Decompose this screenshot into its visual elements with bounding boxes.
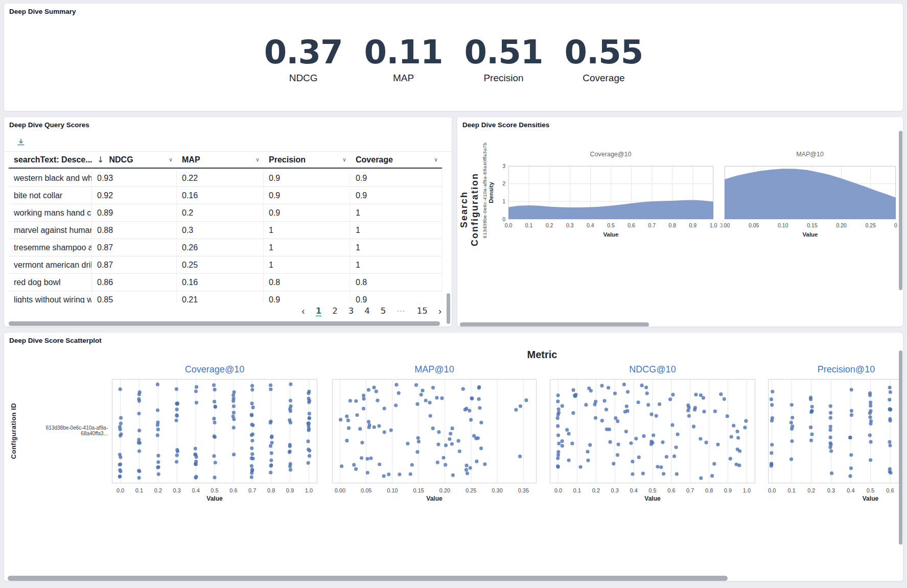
facet-title: NDCG@10	[629, 364, 676, 375]
svg-text:0.5: 0.5	[211, 487, 218, 493]
table-cell: 1	[351, 239, 442, 256]
svg-text:0.0: 0.0	[554, 487, 562, 493]
svg-text:0.2: 0.2	[592, 487, 600, 493]
page-button[interactable]: 2	[332, 306, 338, 316]
table-cell: working mans hand cre	[9, 204, 92, 221]
panel-title: Deep Dive Summary	[9, 8, 76, 15]
coverage-density-chart[interactable]: 0.00.10.20.30.40.50.60.70.80.91.00123Val…	[486, 164, 721, 239]
table-cell: marvel against humanit	[9, 222, 92, 239]
svg-text:Value: Value	[603, 231, 618, 238]
svg-text:Value: Value	[644, 495, 661, 501]
chevron-down-icon[interactable]: ∨	[340, 156, 346, 163]
table-cell: 0.2	[177, 204, 264, 221]
vertical-scrollbar[interactable]	[447, 293, 450, 324]
table-row[interactable]: lights without wiring wi0.850.210.90.9	[9, 291, 442, 303]
chevron-down-icon[interactable]: ∨	[253, 156, 260, 163]
coverage-scatter-facet[interactable]: 0.00.10.20.30.40.50.60.70.80.91.0Value	[112, 379, 317, 501]
map-scatter-facet[interactable]: 0.000.050.100.150.200.250.300.35Value	[332, 379, 537, 501]
table-row[interactable]: vermont american drill0.870.2511	[9, 256, 442, 274]
ndcg-scatter-facet[interactable]: 0.00.10.20.30.40.50.60.70.80.91.0Value	[550, 379, 755, 501]
table-row[interactable]: bite not collar0.920.160.90.9	[9, 187, 442, 204]
map-density-chart[interactable]: 0.000.050.100.150.200.250Value	[720, 164, 899, 239]
svg-text:3: 3	[502, 164, 505, 169]
precision-scatter-facet[interactable]: 0.00.10.20.30.40.50.6Value	[768, 379, 903, 501]
table-row[interactable]: working mans hand cre0.890.20.91	[9, 204, 442, 222]
column-header[interactable]: MAP∨	[177, 152, 264, 168]
panel-title: Deep Dive Score Densities	[462, 121, 549, 129]
svg-text:0.25: 0.25	[866, 222, 876, 228]
table-cell: 0.3	[177, 222, 264, 239]
svg-text:0.20: 0.20	[836, 222, 847, 228]
table-cell: 1	[264, 222, 351, 239]
facet-title: Precision@10	[818, 364, 875, 375]
page-button[interactable]: 3	[348, 306, 354, 316]
table-row[interactable]: red dog bowl0.860.160.80.8	[9, 274, 442, 291]
svg-text:Value: Value	[863, 495, 879, 501]
svg-text:0.2: 0.2	[154, 487, 162, 493]
svg-text:0.3: 0.3	[827, 487, 835, 493]
configuration-id-tick-label: 613d38be-0e6c-410a-af9a-68a40ffa3...	[26, 425, 108, 436]
table-cell: 0.9	[351, 291, 442, 303]
metric-label: MAP	[364, 73, 443, 84]
svg-text:0.7: 0.7	[686, 487, 694, 493]
svg-text:0.4: 0.4	[630, 487, 637, 493]
panel-title: Deep Dive Score Scatterplot	[9, 337, 102, 344]
download-icon[interactable]	[15, 136, 27, 148]
page-button[interactable]: 5	[381, 306, 386, 316]
query-scores-panel: Deep Dive Query Scores searchText: Desce…	[4, 116, 452, 327]
svg-text:0.3: 0.3	[173, 487, 181, 493]
metric-value: 0.37	[264, 35, 343, 69]
svg-text:0.4: 0.4	[587, 222, 594, 228]
prev-page-button[interactable]: ‹	[301, 306, 305, 316]
column-header[interactable]: ↓ NDCG∨	[92, 152, 177, 168]
next-page-button[interactable]: ›	[438, 306, 441, 316]
svg-text:1.0: 1.0	[743, 487, 751, 493]
horizontal-scrollbar[interactable]	[460, 322, 649, 327]
score-densities-panel: Deep Dive Score Densities Search Configu…	[457, 116, 903, 327]
configuration-id-axis-label: Configuration ID	[10, 380, 17, 482]
page-button[interactable]: 15	[417, 306, 428, 316]
horizontal-scrollbar[interactable]	[9, 321, 440, 326]
search-configuration-axis-label: Search Configuration	[459, 153, 480, 266]
svg-text:0.10: 0.10	[387, 487, 398, 493]
table-row[interactable]: marvel against humanit0.880.311	[9, 222, 442, 239]
table-row[interactable]: western black and whit0.930.220.90.9	[9, 170, 442, 187]
svg-text:0.5: 0.5	[607, 222, 615, 228]
svg-text:0: 0	[894, 222, 897, 228]
page-button[interactable]: 4	[364, 306, 370, 316]
metric-value: 0.55	[564, 35, 643, 69]
svg-text:Density: Density	[488, 182, 494, 203]
table-cell: 0.85	[92, 291, 177, 303]
svg-text:0.1: 0.1	[525, 222, 533, 228]
svg-text:0.4: 0.4	[847, 487, 854, 493]
table-body: western black and whit0.930.220.90.9bite…	[9, 170, 442, 303]
table-cell: 1	[264, 239, 351, 256]
table-row[interactable]: tresemme shampoo an0.870.2611	[9, 239, 442, 256]
svg-text:0.8: 0.8	[668, 222, 676, 228]
vertical-scrollbar[interactable]	[899, 350, 902, 545]
column-header[interactable]: Precision∨	[264, 152, 351, 168]
horizontal-scrollbar[interactable]	[8, 576, 728, 581]
column-header[interactable]: searchText: Desce...∨	[9, 152, 92, 168]
table-cell: 0.9	[264, 204, 351, 221]
table-cell: western black and whit	[9, 170, 92, 186]
table-header-row: searchText: Desce...∨↓ NDCG∨MAP∨Precisio…	[9, 152, 442, 169]
chevron-down-icon[interactable]: ∨	[167, 156, 173, 163]
svg-text:0.0: 0.0	[768, 487, 776, 493]
summary-metric: 0.55Coverage	[564, 35, 643, 84]
pagination: ‹12345⋯15›	[301, 306, 441, 316]
page-button[interactable]: 1	[316, 306, 321, 316]
svg-text:0.5: 0.5	[648, 487, 656, 493]
column-label: ↓ NDCG	[97, 155, 133, 164]
metric-value: 0.51	[464, 35, 543, 69]
summary-metric: 0.51Precision	[464, 35, 543, 84]
vertical-scrollbar[interactable]	[899, 131, 902, 290]
panel-title: Deep Dive Query Scores	[9, 121, 89, 129]
chevron-down-icon[interactable]: ∨	[432, 156, 438, 163]
column-header[interactable]: Coverage∨	[351, 152, 442, 168]
table-cell: lights without wiring wi	[9, 291, 92, 303]
column-label: Coverage	[356, 155, 393, 164]
svg-text:0.9: 0.9	[689, 222, 697, 228]
svg-text:0.05: 0.05	[749, 222, 759, 228]
summary-metric: 0.11MAP	[364, 35, 443, 84]
